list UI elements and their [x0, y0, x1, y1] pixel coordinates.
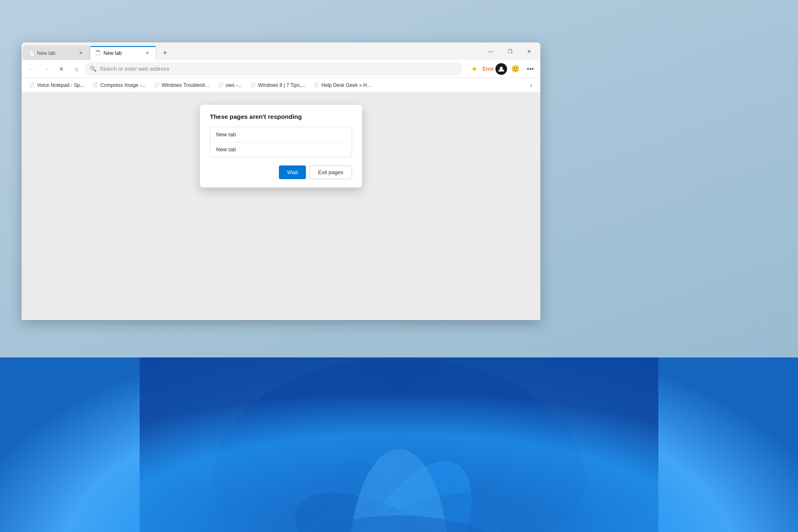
- error-label: Error: [483, 66, 494, 72]
- window-controls: — ❐ ✕: [481, 45, 539, 58]
- bookmark-help-desk-geek[interactable]: 📄 Help Desk Geek » H...: [310, 81, 374, 89]
- bookmarks-more-button[interactable]: ›: [526, 80, 536, 90]
- bookmark-icon-3: 📄: [154, 82, 160, 88]
- forward-button[interactable]: →: [40, 62, 53, 76]
- close-button[interactable]: ✕: [520, 45, 539, 58]
- profile-icon: [498, 66, 505, 72]
- tab-1-favicon: 📄: [29, 50, 34, 56]
- browser-window: 📄 New tab ✕ New tab ✕ + — ❐ ✕ ← → ✕ ⌂: [22, 42, 540, 320]
- bookmarks-bar: 📄 Voice Notepad - Sp... 📄 Compress Image…: [22, 78, 540, 92]
- exit-pages-button[interactable]: Exit pages: [309, 165, 352, 179]
- favorites-star-icon[interactable]: ★: [468, 62, 481, 76]
- more-button[interactable]: •••: [524, 62, 537, 76]
- bookmark-icon-1: 📄: [29, 82, 35, 88]
- profile-button[interactable]: [495, 63, 507, 75]
- toolbar: ← → ✕ ⌂ 🔍 Search or enter web address ★ …: [22, 60, 540, 78]
- title-bar: 📄 New tab ✕ New tab ✕ + — ❐ ✕: [22, 42, 540, 60]
- dialog-actions: Wait Exit pages: [210, 165, 352, 179]
- back-button[interactable]: ←: [25, 62, 38, 76]
- wait-button[interactable]: Wait: [279, 165, 306, 179]
- tab-2-spinner: [95, 50, 101, 56]
- tab-1[interactable]: 📄 New tab ✕: [23, 46, 90, 60]
- address-text: Search or enter web address: [100, 66, 458, 72]
- bookmark-icon-6: 📄: [313, 82, 319, 88]
- content-area: These pages aren't responding New tab Ne…: [22, 92, 540, 320]
- dialog-page-item-2: New tab: [210, 142, 352, 157]
- bookmark-ows[interactable]: 📄 ows -...: [214, 81, 245, 89]
- bookmark-label-4: ows -...: [226, 82, 242, 88]
- search-icon: 🔍: [90, 66, 96, 72]
- bookmark-windows8-tips[interactable]: 📄 Windows 8 | 7 Tips,...: [247, 81, 309, 89]
- tabs-area: 📄 New tab ✕ New tab ✕ +: [23, 46, 478, 60]
- emoji-button[interactable]: 🙂: [509, 62, 522, 76]
- tab-2-title: New tab: [103, 50, 141, 56]
- new-tab-button[interactable]: +: [158, 46, 172, 60]
- tab-1-title: New tab: [37, 50, 74, 56]
- bookmark-windows-troubleshoot[interactable]: 📄 Windows Troublesh...: [150, 81, 213, 89]
- toolbar-right: ★ Error 🙂 •••: [468, 62, 537, 76]
- tab-1-close[interactable]: ✕: [77, 49, 84, 57]
- bookmark-label-2: Compress Image -...: [100, 82, 145, 88]
- bookmark-voice-notepad[interactable]: 📄 Voice Notepad - Sp...: [26, 81, 87, 89]
- dialog-overlay: These pages aren't responding New tab Ne…: [22, 92, 540, 320]
- home-button[interactable]: ⌂: [70, 62, 83, 76]
- wallpaper-flower: [0, 357, 798, 532]
- bookmark-label-3: Windows Troublesh...: [162, 82, 209, 88]
- dialog-title: These pages aren't responding: [210, 113, 352, 120]
- close-tab-button[interactable]: ✕: [55, 62, 68, 76]
- bookmark-icon-5: 📄: [250, 82, 256, 88]
- dialog-pages-list: New tab New tab: [210, 127, 352, 157]
- bookmark-label-5: Windows 8 | 7 Tips,...: [258, 82, 305, 88]
- restore-button[interactable]: ❐: [500, 45, 520, 58]
- tab-2-close[interactable]: ✕: [143, 49, 151, 57]
- bookmark-label-1: Voice Notepad - Sp...: [37, 82, 84, 88]
- tab-2[interactable]: New tab ✕: [90, 46, 156, 60]
- unresponsive-dialog: These pages aren't responding New tab Ne…: [200, 105, 362, 187]
- bookmark-icon-2: 📄: [92, 82, 98, 88]
- address-bar[interactable]: 🔍 Search or enter web address: [85, 62, 463, 76]
- bookmark-icon-4: 📄: [218, 82, 224, 88]
- minimize-button[interactable]: —: [481, 45, 500, 58]
- wallpaper: [0, 357, 798, 532]
- bookmark-compress-image[interactable]: 📄 Compress Image -...: [89, 81, 149, 89]
- dialog-page-item-1: New tab: [210, 127, 352, 142]
- bookmark-label-6: Help Desk Geek » H...: [321, 82, 371, 88]
